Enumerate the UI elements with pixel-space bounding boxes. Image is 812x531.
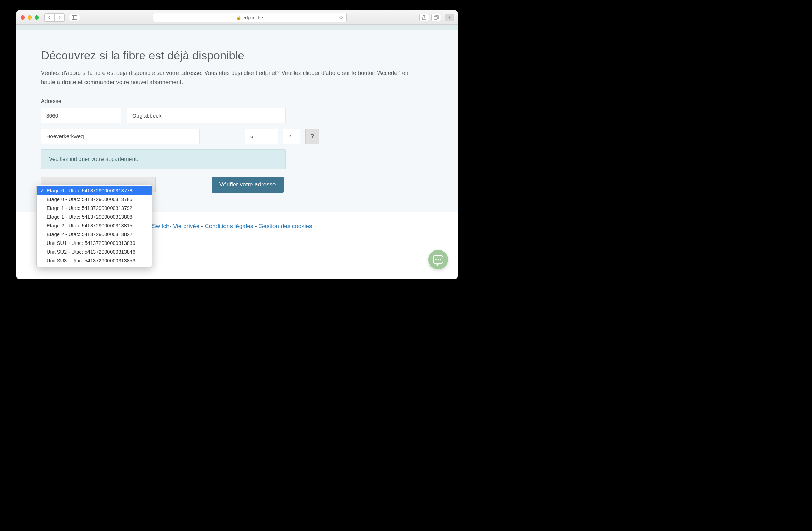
svg-rect-0 xyxy=(434,16,437,19)
address-row-2: ? xyxy=(41,129,433,144)
footer-link-legal[interactable]: Conditions légales xyxy=(205,223,253,229)
page-subtitle: Vérifiez d'abord si la fibre est déjà di… xyxy=(41,69,412,86)
titlebar: 🔒 edpnet.be ⟳ + xyxy=(16,10,458,25)
new-tab-button[interactable]: + xyxy=(445,14,454,21)
url-text: edpnet.be xyxy=(243,15,263,20)
address-label: Adresse xyxy=(41,98,433,105)
page-title: Découvrez si la fibre est déjà disponibl… xyxy=(41,49,433,62)
nav-buttons xyxy=(44,13,65,22)
dropdown-option[interactable]: Unit SU3 - Utac: 541372900000313853 xyxy=(37,256,152,265)
browser-window: 🔒 edpnet.be ⟳ + Découvrez si la fibre es… xyxy=(16,10,458,279)
share-button[interactable] xyxy=(419,14,429,21)
dropdown-option[interactable]: Etage 2 - Utac: 541372900000313815 xyxy=(37,221,152,230)
apartment-dropdown-menu: Etage 0 - Utac: 541372900000313778 Etage… xyxy=(36,185,152,267)
dropdown-option[interactable]: Etage 1 - Utac: 541372900000313808 xyxy=(37,213,152,221)
house-number-input[interactable] xyxy=(245,129,278,144)
back-button[interactable] xyxy=(45,14,55,21)
help-button[interactable]: ? xyxy=(305,129,319,144)
dropdown-option[interactable]: Etage 0 - Utac: 541372900000313785 xyxy=(37,195,152,204)
close-window-button[interactable] xyxy=(21,15,25,20)
lock-icon: 🔒 xyxy=(236,15,241,20)
maximize-window-button[interactable] xyxy=(35,15,39,20)
header-strip xyxy=(16,25,458,30)
reload-icon[interactable]: ⟳ xyxy=(339,15,343,20)
tabs-button[interactable] xyxy=(431,14,441,21)
dropdown-option[interactable]: Unit SU1 - Utac: 541372900000313839 xyxy=(37,239,152,248)
footer-link-cookies[interactable]: Gestion des cookies xyxy=(258,223,312,229)
traffic-lights xyxy=(21,15,39,20)
address-row-1 xyxy=(41,108,433,123)
main-area: Découvrez si la fibre est déjà disponibl… xyxy=(16,30,458,212)
right-toolbar-buttons xyxy=(419,14,441,21)
info-message-box: Veuillez indiquer votre appartement. xyxy=(41,149,286,169)
dropdown-option[interactable]: Etage 2 - Utac: 541372900000313822 xyxy=(37,230,152,239)
dropdown-option[interactable]: Etage 1 - Utac: 541372900000313792 xyxy=(37,204,152,213)
dropdown-option[interactable]: Unit SU2 - Utac: 541372900000313846 xyxy=(37,248,152,256)
footer-link-privacy[interactable]: Vie privée xyxy=(173,223,199,229)
page-content: Découvrez si la fibre est déjà disponibl… xyxy=(16,25,458,279)
chat-widget-button[interactable] xyxy=(428,250,448,269)
action-row: Etage 0 - Utac: 541372900000313778 Etage… xyxy=(41,177,433,193)
postal-code-input[interactable] xyxy=(41,108,121,123)
forward-button[interactable] xyxy=(55,14,64,21)
verify-address-button[interactable]: Vérifier votre adresse xyxy=(212,177,284,193)
suffix-input[interactable] xyxy=(283,129,300,144)
apartment-select[interactable]: Etage 0 - Utac: 541372900000313778 Etage… xyxy=(41,177,156,192)
chat-icon xyxy=(433,255,443,264)
sidebar-icon xyxy=(72,15,77,20)
url-bar[interactable]: 🔒 edpnet.be ⟳ xyxy=(153,13,347,22)
city-input[interactable] xyxy=(127,108,286,123)
minimize-window-button[interactable] xyxy=(28,15,32,20)
street-input[interactable] xyxy=(41,129,200,144)
dropdown-option[interactable]: Etage 0 - Utac: 541372900000313778 xyxy=(37,186,152,195)
sidebar-toggle-button[interactable] xyxy=(69,14,80,21)
